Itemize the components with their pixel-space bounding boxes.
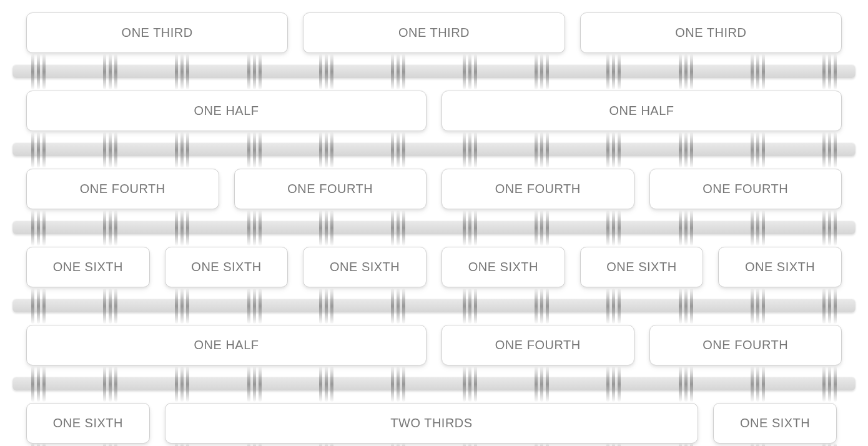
cell-label: ONE THIRD bbox=[675, 26, 746, 39]
grid-cell-one-sixth: ONE SIXTH bbox=[580, 247, 704, 287]
cell-label: ONE SIXTH bbox=[330, 260, 400, 274]
cell-label: ONE SIXTH bbox=[740, 416, 810, 430]
row-mixed-half-fourths: ONE HALF ONE FOURTH ONE FOURTH bbox=[0, 325, 868, 365]
cell-label: ONE THIRD bbox=[398, 26, 470, 39]
row-mixed-sixth-twothirds: ONE SIXTH TWO THIRDS ONE SIXTH bbox=[0, 403, 868, 444]
row-sixths: ONE SIXTH ONE SIXTH ONE SIXTH ONE SIXTH … bbox=[0, 247, 868, 287]
cell-label: ONE FOURTH bbox=[703, 338, 788, 352]
grid-demo-container: ONE THIRD ONE THIRD ONE THIRD ONE HALF O… bbox=[0, 12, 868, 446]
grid-cell-one-sixth: ONE SIXTH bbox=[26, 247, 150, 287]
row-thirds: ONE THIRD ONE THIRD ONE THIRD bbox=[0, 12, 868, 53]
row-separator bbox=[0, 137, 868, 162]
grid-cell-one-half: ONE HALF bbox=[26, 91, 427, 131]
row-halves: ONE HALF ONE HALF bbox=[0, 91, 868, 131]
cell-label: ONE SIXTH bbox=[606, 260, 676, 274]
grid-cell-one-sixth: ONE SIXTH bbox=[303, 247, 427, 287]
grid-cell-one-fourth: ONE FOURTH bbox=[441, 169, 634, 209]
cell-label: ONE SIXTH bbox=[191, 260, 261, 274]
cell-label: ONE HALF bbox=[194, 338, 259, 352]
cell-label: ONE SIXTH bbox=[53, 260, 123, 274]
grid-cell-one-sixth: ONE SIXTH bbox=[26, 403, 150, 444]
cell-label: ONE SIXTH bbox=[468, 260, 538, 274]
cell-label: ONE FOURTH bbox=[703, 182, 788, 196]
grid-cell-one-fourth: ONE FOURTH bbox=[649, 169, 842, 209]
row-separator bbox=[0, 444, 868, 446]
cell-label: ONE FOURTH bbox=[80, 182, 165, 196]
cell-label: TWO THIRDS bbox=[390, 416, 472, 430]
cell-label: ONE SIXTH bbox=[745, 260, 815, 274]
grid-cell-one-third: ONE THIRD bbox=[303, 12, 565, 53]
grid-cell-one-third: ONE THIRD bbox=[26, 12, 288, 53]
row-fourths: ONE FOURTH ONE FOURTH ONE FOURTH ONE FOU… bbox=[0, 169, 868, 209]
row-separator bbox=[0, 372, 868, 397]
grid-cell-two-thirds: TWO THIRDS bbox=[165, 403, 699, 444]
row-separator bbox=[0, 216, 868, 240]
grid-cell-one-sixth: ONE SIXTH bbox=[718, 247, 842, 287]
cell-label: ONE HALF bbox=[609, 104, 674, 117]
cell-label: ONE THIRD bbox=[122, 26, 193, 39]
grid-cell-one-fourth: ONE FOURTH bbox=[649, 325, 842, 365]
row-separator bbox=[0, 294, 868, 319]
grid-cell-one-sixth: ONE SIXTH bbox=[441, 247, 565, 287]
grid-cell-one-sixth: ONE SIXTH bbox=[713, 403, 837, 444]
grid-cell-one-fourth: ONE FOURTH bbox=[234, 169, 427, 209]
grid-cell-one-half: ONE HALF bbox=[26, 325, 427, 365]
grid-cell-one-half: ONE HALF bbox=[441, 91, 842, 131]
row-separator bbox=[0, 59, 868, 84]
grid-cell-one-third: ONE THIRD bbox=[580, 12, 842, 53]
cell-label: ONE FOURTH bbox=[495, 182, 581, 196]
cell-label: ONE FOURTH bbox=[495, 338, 581, 352]
cell-label: ONE SIXTH bbox=[53, 416, 123, 430]
grid-cell-one-fourth: ONE FOURTH bbox=[26, 169, 219, 209]
grid-cell-one-sixth: ONE SIXTH bbox=[165, 247, 289, 287]
grid-cell-one-fourth: ONE FOURTH bbox=[441, 325, 634, 365]
cell-label: ONE HALF bbox=[194, 104, 259, 117]
cell-label: ONE FOURTH bbox=[287, 182, 373, 196]
